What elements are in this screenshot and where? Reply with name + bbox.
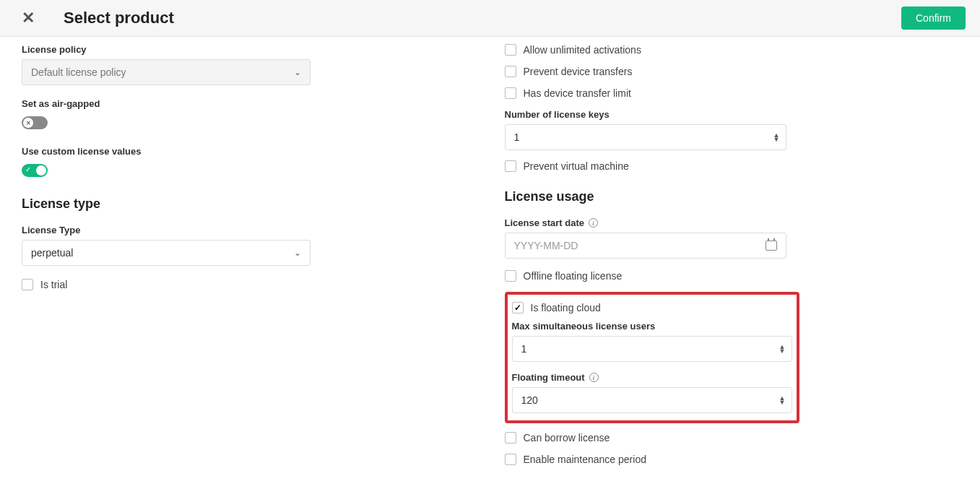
custom-values-toggle[interactable]	[22, 164, 48, 177]
is-trial-label: Is trial	[40, 279, 67, 290]
offline-floating-checkbox[interactable]	[505, 270, 516, 282]
confirm-button[interactable]: Confirm	[901, 7, 966, 30]
enable-maintenance-label: Enable maintenance period	[524, 454, 646, 465]
prevent-transfers-label: Prevent device transfers	[524, 66, 633, 77]
spinner-icon: ▲▼	[779, 345, 792, 354]
floating-timeout-value: 120	[521, 394, 538, 406]
license-type-label: License Type	[22, 225, 461, 235]
transfer-limit-row: Has device transfer limit	[505, 87, 930, 99]
num-keys-input[interactable]: 1 ▲▼	[505, 124, 786, 150]
spinner-icon: ▲▼	[773, 133, 786, 142]
license-type-value: perpetual	[31, 247, 73, 259]
calendar-icon	[766, 241, 777, 251]
allow-unlimited-row: Allow unlimited activations	[505, 44, 930, 56]
section-license-type: License type	[22, 196, 461, 212]
modal-header: ✕ Select product Confirm	[0, 0, 980, 37]
left-column: License policy Default license policy ⌄ …	[22, 44, 490, 475]
prevent-vm-label: Prevent virtual machine	[524, 160, 629, 172]
close-icon[interactable]: ✕	[22, 10, 35, 26]
air-gapped-toggle[interactable]	[22, 116, 48, 129]
max-users-label: Max simultaneous license users	[512, 321, 792, 332]
modal-title: Select product	[64, 9, 174, 27]
floating-timeout-label: Floating timeout i	[512, 372, 792, 383]
spinner-icon: ▲▼	[779, 396, 792, 405]
start-date-label: License start date i	[505, 217, 930, 228]
prevent-transfers-row: Prevent device transfers	[505, 66, 930, 77]
license-policy-label: License policy	[22, 44, 461, 55]
air-gapped-label: Set as air-gapped	[22, 98, 461, 109]
allow-unlimited-label: Allow unlimited activations	[524, 44, 641, 56]
custom-values-field: Use custom license values	[22, 146, 461, 179]
can-borrow-label: Can borrow license	[524, 432, 610, 443]
is-trial-checkbox[interactable]	[22, 279, 33, 290]
info-icon[interactable]: i	[589, 218, 598, 228]
chevron-down-icon: ⌄	[294, 248, 301, 258]
num-keys-value: 1	[514, 131, 520, 143]
prevent-vm-checkbox[interactable]	[505, 160, 516, 172]
enable-maintenance-row: Enable maintenance period	[505, 454, 930, 465]
enable-maintenance-checkbox[interactable]	[505, 454, 516, 465]
offline-floating-label: Offline floating license	[524, 270, 623, 282]
transfer-limit-label: Has device transfer limit	[524, 87, 631, 99]
custom-values-label: Use custom license values	[22, 146, 461, 157]
modal-body: License policy Default license policy ⌄ …	[0, 37, 980, 489]
prevent-vm-row: Prevent virtual machine	[505, 160, 930, 172]
offline-floating-row: Offline floating license	[505, 270, 930, 282]
floating-timeout-input[interactable]: 120 ▲▼	[512, 387, 792, 413]
can-borrow-row: Can borrow license	[505, 432, 930, 443]
right-column: Allow unlimited activations Prevent devi…	[490, 44, 959, 475]
is-floating-cloud-label: Is floating cloud	[531, 302, 601, 313]
allow-unlimited-checkbox[interactable]	[505, 44, 516, 56]
is-trial-row: Is trial	[22, 279, 461, 290]
num-keys-label: Number of license keys	[505, 109, 930, 120]
max-users-value: 1	[521, 343, 527, 355]
info-icon[interactable]: i	[589, 373, 599, 382]
is-floating-cloud-checkbox[interactable]	[512, 302, 524, 313]
section-license-usage: License usage	[505, 189, 930, 204]
license-type-select[interactable]: perpetual ⌄	[22, 240, 311, 266]
floating-cloud-highlight: Is floating cloud Max simultaneous licen…	[505, 292, 799, 423]
chevron-down-icon: ⌄	[294, 67, 301, 77]
license-policy-select[interactable]: Default license policy ⌄	[22, 59, 311, 85]
can-borrow-checkbox[interactable]	[505, 432, 516, 443]
prevent-transfers-checkbox[interactable]	[505, 66, 516, 77]
start-date-input[interactable]: YYYY-MM-DD	[505, 233, 786, 259]
air-gapped-field: Set as air-gapped	[22, 98, 461, 131]
transfer-limit-checkbox[interactable]	[505, 87, 516, 99]
start-date-placeholder: YYYY-MM-DD	[514, 240, 578, 251]
license-policy-value: Default license policy	[31, 66, 126, 78]
max-users-input[interactable]: 1 ▲▼	[512, 336, 792, 362]
is-floating-cloud-row: Is floating cloud	[512, 302, 792, 313]
